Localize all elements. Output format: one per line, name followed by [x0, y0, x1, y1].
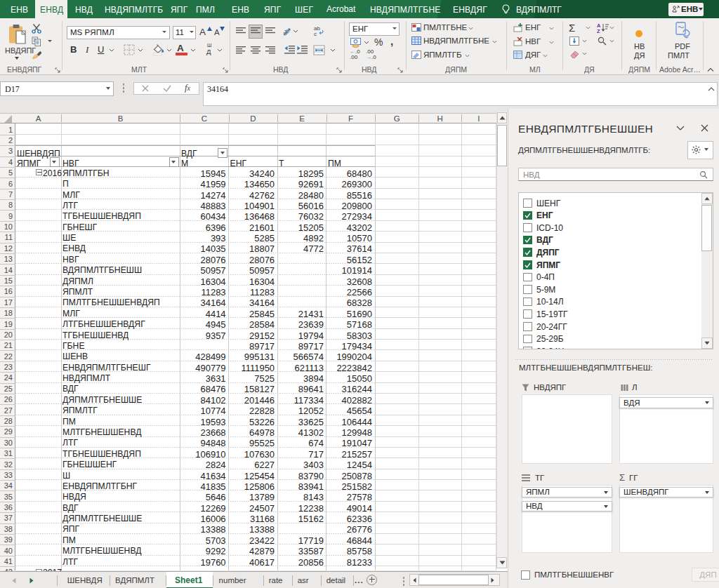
svg-text:c: c — [314, 31, 317, 36]
svg-text:Z: Z — [597, 28, 600, 33]
